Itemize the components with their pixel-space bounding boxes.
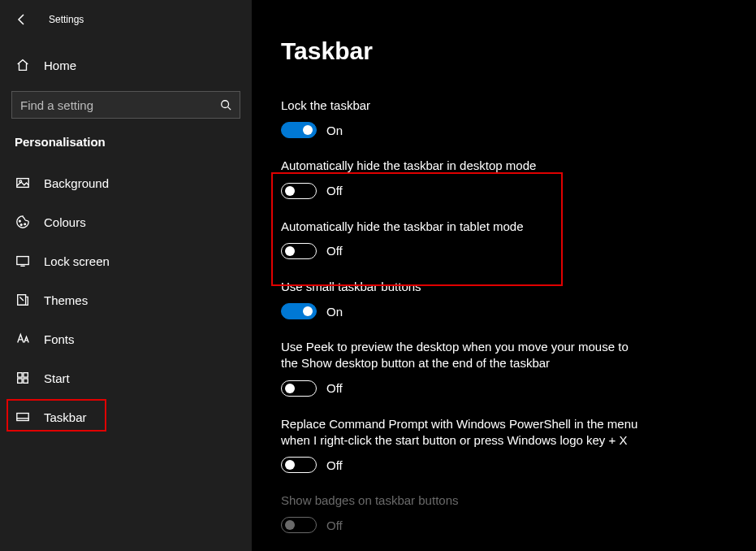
page-title: Taskbar xyxy=(281,37,724,65)
toggle-autohide-tablet[interactable] xyxy=(281,243,317,259)
category-header: Personalisation xyxy=(0,119,252,157)
svg-rect-8 xyxy=(18,373,22,377)
sidebar-item-fonts[interactable]: Fonts xyxy=(0,319,252,358)
setting-label: Show badges on taskbar buttons xyxy=(281,492,646,509)
sidebar-item-colours[interactable]: Colours xyxy=(0,202,252,241)
setting-small-buttons: Use small taskbar buttons On xyxy=(281,279,646,319)
toggle-state: On xyxy=(326,305,343,319)
setting-replace-cmd: Replace Command Prompt with Windows Powe… xyxy=(281,416,646,474)
toggle-state: Off xyxy=(326,244,343,258)
toggle-state: Off xyxy=(326,184,343,197)
setting-autohide-desktop: Automatically hide the taskbar in deskto… xyxy=(281,158,646,198)
setting-label: Automatically hide the taskbar in deskto… xyxy=(281,158,646,174)
svg-point-4 xyxy=(20,224,22,226)
back-icon[interactable] xyxy=(15,12,29,27)
toggle-state: Off xyxy=(326,458,343,472)
sidebar-item-lockscreen[interactable]: Lock screen xyxy=(0,241,252,280)
toggle-state: On xyxy=(326,124,343,137)
setting-autohide-tablet: Automatically hide the taskbar in tablet… xyxy=(281,219,646,259)
themes-icon xyxy=(15,292,31,308)
svg-rect-11 xyxy=(24,379,28,383)
setting-lock-taskbar: Lock the taskbar On xyxy=(281,98,646,138)
lockscreen-icon xyxy=(15,253,31,269)
search-icon xyxy=(220,99,231,111)
sidebar-item-taskbar[interactable]: Taskbar xyxy=(0,397,252,436)
nav-label: Fonts xyxy=(44,332,75,346)
setting-label: Use Peek to preview the desktop when you… xyxy=(281,339,646,372)
sidebar-item-home[interactable]: Home xyxy=(0,47,252,83)
app-title: Settings xyxy=(49,14,84,25)
toggle-state: Off xyxy=(326,518,343,532)
toggle-peek[interactable] xyxy=(281,380,317,397)
sidebar-item-start[interactable]: Start xyxy=(0,358,252,397)
toggle-autohide-desktop[interactable] xyxy=(281,183,317,199)
nav-label: Start xyxy=(44,371,70,385)
search-box[interactable] xyxy=(11,91,240,119)
svg-point-3 xyxy=(19,220,21,222)
toggle-replace-cmd[interactable] xyxy=(281,457,317,473)
nav-label: Background xyxy=(44,176,109,190)
palette-icon xyxy=(15,214,31,230)
main-content: Taskbar Lock the taskbar On Automaticall… xyxy=(252,0,756,551)
nav-list: Background Colours Lock screen Themes Fo xyxy=(0,163,252,436)
home-icon xyxy=(15,57,31,73)
taskbar-icon xyxy=(15,409,31,425)
setting-label: Use small taskbar buttons xyxy=(281,279,646,295)
sidebar-item-themes[interactable]: Themes xyxy=(0,280,252,319)
svg-rect-10 xyxy=(18,379,22,383)
fonts-icon xyxy=(15,331,31,347)
sidebar: Settings Home Personalisation Background… xyxy=(0,0,252,551)
svg-point-5 xyxy=(24,223,26,225)
start-icon xyxy=(15,370,31,386)
titlebar: Settings xyxy=(0,3,252,36)
home-label: Home xyxy=(44,59,76,72)
nav-label: Colours xyxy=(44,215,86,229)
nav-label: Themes xyxy=(44,293,88,307)
svg-rect-9 xyxy=(24,373,28,377)
setting-peek: Use Peek to preview the desktop when you… xyxy=(281,339,646,397)
picture-icon xyxy=(15,175,31,191)
nav-label: Taskbar xyxy=(44,410,87,424)
nav-label: Lock screen xyxy=(44,254,110,268)
toggle-lock-taskbar[interactable] xyxy=(281,122,317,138)
setting-label: Lock the taskbar xyxy=(281,98,646,114)
setting-label: Automatically hide the taskbar in tablet… xyxy=(281,219,646,235)
setting-badges: Show badges on taskbar buttons Off xyxy=(281,492,646,533)
svg-rect-12 xyxy=(17,414,28,421)
toggle-state: Off xyxy=(326,381,343,395)
svg-rect-6 xyxy=(17,257,28,265)
sidebar-item-background[interactable]: Background xyxy=(0,163,252,202)
setting-label: Replace Command Prompt with Windows Powe… xyxy=(281,416,646,449)
toggle-badges xyxy=(281,517,317,533)
svg-rect-7 xyxy=(18,295,26,306)
search-input[interactable] xyxy=(20,98,220,112)
toggle-small-buttons[interactable] xyxy=(281,303,317,319)
svg-point-0 xyxy=(222,101,229,108)
